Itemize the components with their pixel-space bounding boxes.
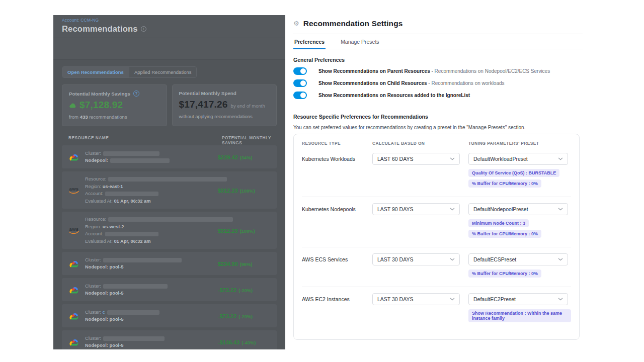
potential-savings-card: Potential Monthly Savings ? $7,128.92 fr… [62, 84, 167, 126]
recommendation-row[interactable]: Cluster:Nodepool:$229.42(34%) [62, 145, 277, 168]
aws-icon: aws [68, 227, 79, 234]
info-icon[interactable]: i [141, 26, 146, 32]
gcp-icon [68, 153, 79, 161]
chevron-down-icon [558, 208, 563, 211]
redacted-value [105, 192, 158, 196]
column-tuning-preset: TUNING PARAMETERS' PRESET [468, 141, 571, 146]
savings-caption-suffix: recommendations [89, 114, 127, 120]
spend-card-label: Potential Monthly Spend [179, 90, 236, 96]
calculate-based-on-select[interactable]: LAST 60 DAYS [372, 153, 460, 165]
recommendation-row[interactable]: Cluster:Nodepool: pool-5-$146.43(-40%) [62, 330, 277, 349]
toggle-row-child-resources: Show Recommendations on Child Resources … [293, 79, 583, 87]
savings-caption-prefix: from [69, 114, 78, 120]
tuning-preset-select[interactable]: DefaultWorkloadPreset [468, 153, 568, 165]
savings-caption-count: 433 [80, 114, 88, 120]
redacted-value [103, 284, 168, 289]
chevron-down-icon [450, 208, 455, 211]
resource-pref-row: Kubernetes WorkloadsLAST 60 DAYSDefaultW… [302, 147, 571, 197]
resource-type-label: Kubernetes Nodepools [302, 203, 372, 215]
page-header: Account: CCM-NG Recommendations i [53, 15, 285, 38]
monthly-savings-value: $312.23(100%) [218, 226, 255, 235]
child-resources-label: Show Recommendations on Child Resources … [318, 80, 505, 86]
resource-pref-row: AWS ECS ServicesLAST 30 DAYSDefaultECSPr… [302, 247, 571, 287]
resource-type-label: AWS ECS Services [302, 253, 372, 265]
tuning-preset-select[interactable]: DefaultEC2Preset [468, 293, 568, 305]
tab-preferences[interactable]: Preferences [293, 34, 326, 49]
recommendation-row[interactable]: Cluster:Nodepool: pool-5$234.90(96%) [62, 252, 277, 275]
redacted-value [103, 151, 159, 156]
redacted-value [110, 158, 170, 163]
gcp-icon [68, 338, 79, 346]
resource-prefs-heading: Resource Specific Preferences for Recomm… [293, 114, 583, 120]
chevron-down-icon [450, 298, 455, 301]
recommendations-list: Cluster:Nodepool:$229.42(34%)awsResource… [62, 145, 277, 349]
redacted-value [103, 336, 165, 341]
toggle-row-parent-resources: Show Recommendations on Parent Resources… [293, 67, 583, 75]
calculate-based-on-select[interactable]: LAST 90 DAYS [372, 203, 460, 215]
column-resource-type: RESOURCE TYPE [302, 141, 372, 146]
settings-tabs: Preferences Manage Presets [293, 34, 583, 49]
tuning-preset-select[interactable]: DefaultECSPreset [468, 253, 568, 265]
monthly-savings-value: -$73.22(-20%) [218, 311, 253, 320]
tab-open-recommendations[interactable]: Open Recommendations [62, 67, 129, 77]
resource-prefs-description: You can set preferred values for recomme… [293, 125, 583, 130]
resource-pref-row: Kubernetes NodepoolsLAST 90 DAYSDefaultN… [302, 197, 571, 247]
savings-card-label: Potential Monthly Savings [69, 91, 130, 97]
monthly-savings-value: $229.42(34%) [218, 152, 253, 161]
ignorelist-toggle[interactable] [293, 92, 307, 99]
preset-parameter-badge: % Buffer for CPU/Memory : 0% [468, 179, 541, 188]
redacted-value [108, 217, 233, 222]
tab-applied-recommendations[interactable]: Applied Recommendations [129, 67, 197, 77]
resource-pref-row: AWS EC2 InstancesLAST 30 DAYSDefaultEC2P… [302, 287, 571, 331]
screen: Account: CCM-NG Recommendations i Open R… [0, 0, 644, 362]
ignorelist-label: Show Recommendations on Resources added … [318, 93, 470, 98]
column-calculate-based-on: CALCULATE BASED ON [372, 141, 468, 146]
preset-parameter-badge: % Buffer for CPU/Memory : 0% [468, 230, 541, 238]
chevron-down-icon [558, 157, 563, 160]
monthly-savings-value: $234.90(96%) [218, 259, 253, 268]
preset-parameter-badge: Quality Of Service (QoS) : BURSTABLE [468, 169, 559, 177]
page-title: Recommendations [62, 24, 138, 34]
monthly-savings-value: -$73.22(-20%) [218, 285, 253, 294]
column-resource-name: RESOURCE NAME [68, 135, 109, 140]
general-preferences-heading: General Preferences [293, 57, 583, 63]
chevron-down-icon [558, 258, 563, 261]
recommendation-row[interactable]: awsResource:Region: us-east-1Account:Eva… [62, 171, 277, 209]
gcp-icon [68, 312, 79, 320]
savings-value: $7,128.92 [79, 100, 123, 111]
monthly-savings-value: -$146.43(-40%) [218, 337, 256, 346]
breadcrumb[interactable]: Account: CCM-NG [62, 18, 277, 23]
calculate-based-on-select[interactable]: LAST 30 DAYS [372, 293, 460, 305]
chevron-down-icon [450, 157, 455, 160]
recommendation-settings-drawer: ⚙ Recommendation Settings Preferences Ma… [285, 0, 583, 362]
gcp-icon [68, 286, 79, 294]
preset-parameter-badge: Show Recommendation : Within the same in… [468, 309, 571, 322]
redacted-value [107, 310, 159, 315]
savings-caption: from 433 recommendations [69, 114, 160, 120]
drawer-title: Recommendation Settings [303, 19, 403, 28]
prefs-table-header: RESOURCE TYPE CALCULATE BASED ON TUNING … [302, 141, 571, 147]
chevron-down-icon [450, 258, 455, 261]
help-icon[interactable]: ? [133, 90, 139, 97]
parent-resources-toggle[interactable] [293, 67, 307, 75]
spend-value: $17,417.26 [179, 99, 228, 110]
recommendation-row[interactable]: awsResource:Region: us-west-2Account:Eva… [62, 212, 277, 249]
gear-icon: ⚙ [293, 20, 299, 27]
parent-resources-label: Show Recommendations on Parent Resources… [318, 68, 550, 74]
resource-type-label: Kubernetes Workloads [302, 153, 372, 165]
preset-parameter-badge: % Buffer for CPU/Memory : 0% [468, 269, 541, 278]
child-resources-toggle[interactable] [293, 79, 307, 87]
monthly-savings-value: $312.23(100%) [218, 186, 255, 195]
tab-manage-presets[interactable]: Manage Presets [340, 34, 380, 49]
recommendation-row[interactable]: Cluster: cNodepool: pool-5-$73.22(-20%) [62, 304, 277, 327]
savings-icon [69, 103, 76, 108]
calculate-based-on-select[interactable]: LAST 30 DAYS [372, 253, 460, 265]
tuning-preset-select[interactable]: DefaultNodepoolPreset [468, 203, 568, 215]
toggle-row-ignorelist: Show Recommendations on Resources added … [293, 92, 583, 99]
recommendation-row[interactable]: Cluster:Nodepool: pool-5-$73.22(-20%) [62, 278, 277, 301]
column-potential-savings: POTENTIAL MONTHLY SAVINGS [222, 135, 277, 145]
spend-caption: without applying recommendations [179, 114, 270, 119]
gcp-icon [68, 259, 79, 268]
redacted-value [105, 232, 158, 236]
aws-icon: aws [68, 187, 79, 194]
